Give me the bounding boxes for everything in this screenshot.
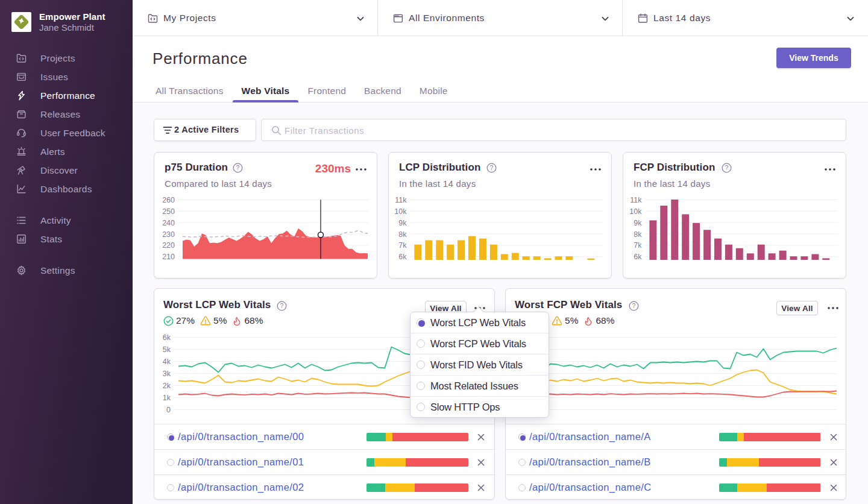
svg-text:9k: 9k (398, 219, 407, 227)
svg-text:?: ? (632, 302, 636, 309)
svg-text:6k: 6k (634, 253, 642, 261)
svg-text:230: 230 (162, 230, 175, 239)
svg-text:?: ? (725, 164, 729, 171)
svg-text:2k: 2k (163, 382, 171, 390)
svg-text:3k: 3k (163, 370, 171, 378)
svg-text:260: 260 (162, 196, 175, 204)
svg-text:0: 0 (166, 406, 171, 414)
svg-text:6k: 6k (398, 253, 407, 261)
svg-text:240: 240 (162, 219, 175, 227)
svg-text:6k: 6k (163, 333, 171, 342)
svg-text:7k: 7k (634, 241, 642, 250)
svg-text:1k: 1k (163, 394, 171, 402)
svg-text:?: ? (236, 164, 240, 171)
svg-text:7k: 7k (398, 241, 407, 250)
svg-text:5k: 5k (163, 345, 171, 354)
svg-text:8k: 8k (398, 230, 407, 239)
svg-text:9k: 9k (634, 219, 642, 227)
svg-text:250: 250 (162, 207, 175, 216)
svg-text:8k: 8k (634, 230, 642, 239)
svg-text:4k: 4k (163, 358, 171, 366)
svg-text:11k: 11k (395, 196, 407, 204)
svg-text:210: 210 (162, 253, 175, 261)
svg-text:10k: 10k (394, 207, 407, 216)
svg-text:220: 220 (162, 241, 175, 250)
svg-text:?: ? (490, 164, 494, 171)
svg-text:?: ? (280, 302, 284, 309)
svg-text:10k: 10k (629, 207, 642, 216)
svg-text:11k: 11k (630, 196, 642, 204)
